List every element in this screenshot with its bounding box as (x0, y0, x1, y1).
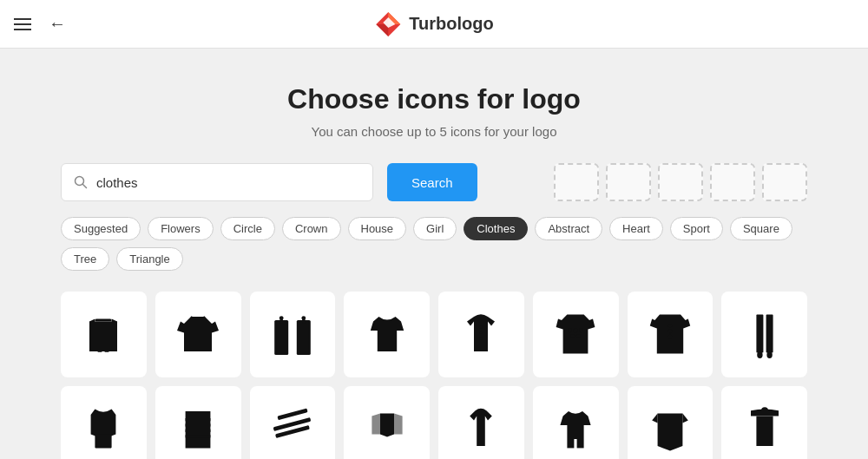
svg-point-23 (576, 334, 581, 338)
svg-point-18 (480, 338, 483, 340)
icon-card-5[interactable] (438, 292, 524, 377)
category-tag-suggested[interactable]: Suggested (61, 217, 141, 240)
svg-rect-35 (186, 435, 211, 437)
category-tag-crown[interactable]: Crown (282, 217, 341, 240)
svg-rect-34 (186, 429, 211, 432)
svg-rect-40 (577, 439, 584, 448)
icon-card-14[interactable] (533, 386, 619, 459)
svg-point-19 (568, 329, 572, 333)
icon-card-15[interactable] (628, 386, 713, 459)
icon-card-8[interactable] (721, 292, 807, 377)
svg-rect-9 (105, 351, 109, 352)
icon-slot-2[interactable] (606, 163, 651, 201)
svg-rect-32 (186, 418, 211, 421)
icon-card-16[interactable] (721, 386, 807, 459)
page-subtitle: You can choose up to 5 icons for your lo… (61, 124, 807, 139)
svg-rect-33 (186, 424, 211, 427)
icon-card-10[interactable] (155, 386, 241, 459)
icon-slot-3[interactable] (658, 163, 703, 201)
header: ← Turbologo (0, 0, 868, 49)
search-row: Search (61, 163, 807, 201)
svg-point-30 (766, 351, 772, 358)
svg-rect-11 (297, 320, 311, 355)
search-button[interactable]: Search (387, 163, 477, 201)
header-left: ← (14, 10, 69, 37)
icon-slot-1[interactable] (554, 163, 599, 201)
category-tag-square[interactable]: Square (730, 217, 792, 240)
svg-point-17 (480, 331, 483, 334)
svg-point-24 (667, 324, 672, 328)
icon-slot-5[interactable] (762, 163, 807, 201)
search-icon (74, 175, 88, 189)
icon-card-1[interactable] (61, 292, 147, 377)
icons-grid (61, 292, 807, 459)
category-tag-house[interactable]: House (348, 217, 407, 240)
logo: Turbologo (374, 10, 493, 38)
icon-card-6[interactable] (533, 292, 619, 377)
svg-rect-10 (274, 320, 288, 355)
svg-rect-28 (766, 315, 773, 353)
svg-line-5 (83, 185, 87, 188)
svg-rect-8 (98, 351, 102, 352)
svg-marker-2 (376, 24, 388, 36)
svg-point-26 (667, 335, 672, 339)
icon-card-9[interactable] (61, 386, 147, 459)
category-tag-clothes[interactable]: Clothes (464, 217, 528, 240)
main-content: Choose icons for logo You can choose up … (43, 49, 825, 459)
category-tag-heart[interactable]: Heart (609, 217, 663, 240)
svg-point-20 (574, 329, 578, 333)
svg-point-29 (757, 351, 762, 358)
svg-point-15 (301, 317, 306, 321)
svg-rect-39 (568, 439, 575, 448)
icon-slot-4[interactable] (710, 163, 755, 201)
category-tag-girl[interactable]: Girl (413, 217, 457, 240)
logo-text: Turbologo (409, 14, 493, 34)
page-title: Choose icons for logo (61, 83, 807, 115)
svg-rect-7 (89, 322, 117, 351)
icon-card-11[interactable] (250, 386, 336, 459)
svg-rect-27 (756, 315, 763, 353)
icon-card-4[interactable] (344, 292, 430, 377)
category-tag-abstract[interactable]: Abstract (535, 217, 602, 240)
category-tag-circle[interactable]: Circle (220, 217, 275, 240)
icon-card-12[interactable] (344, 386, 430, 459)
back-button[interactable]: ← (45, 10, 69, 37)
icon-card-3[interactable] (250, 292, 336, 377)
svg-point-21 (579, 329, 583, 333)
icon-card-7[interactable] (628, 292, 713, 377)
category-tag-sport[interactable]: Sport (670, 217, 723, 240)
svg-point-25 (667, 330, 672, 334)
hamburger-menu-icon[interactable] (14, 18, 31, 30)
icon-card-13[interactable] (438, 386, 524, 459)
search-box (61, 163, 373, 201)
svg-rect-38 (277, 409, 307, 421)
svg-rect-31 (95, 435, 112, 449)
svg-point-14 (279, 317, 284, 321)
svg-point-16 (480, 326, 483, 329)
category-tag-flowers[interactable]: Flowers (148, 217, 214, 240)
svg-point-22 (571, 334, 575, 338)
category-tag-tree[interactable]: Tree (61, 247, 109, 271)
icon-slots-container (554, 163, 807, 201)
search-input[interactable] (96, 175, 322, 190)
icon-card-2[interactable] (155, 292, 241, 377)
category-tag-triangle[interactable]: Triangle (116, 247, 182, 271)
turbologo-icon (374, 10, 402, 38)
category-tags: SuggestedFlowersCircleCrownHouseGirlClot… (61, 217, 807, 271)
svg-rect-6 (95, 319, 112, 322)
